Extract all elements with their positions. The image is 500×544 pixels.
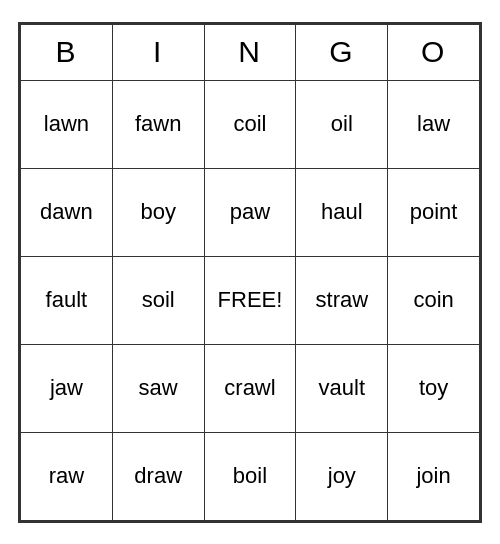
cell-r2c4: haul (296, 168, 388, 256)
cell-r5c2: draw (112, 432, 204, 520)
header-n: N (204, 24, 296, 80)
header-g: G (296, 24, 388, 80)
cell-r4c5: toy (388, 344, 480, 432)
cell-r2c2: boy (112, 168, 204, 256)
table-row: raw draw boil joy join (21, 432, 480, 520)
cell-r1c2: fawn (112, 80, 204, 168)
cell-r3c2: soil (112, 256, 204, 344)
cell-r1c1: lawn (21, 80, 113, 168)
header-row: B I N G O (21, 24, 480, 80)
table-row: dawn boy paw haul point (21, 168, 480, 256)
cell-r3c1: fault (21, 256, 113, 344)
table-row: fault soil FREE! straw coin (21, 256, 480, 344)
cell-r3c5: coin (388, 256, 480, 344)
table-row: jaw saw crawl vault toy (21, 344, 480, 432)
cell-r2c5: point (388, 168, 480, 256)
cell-r5c5: join (388, 432, 480, 520)
header-b: B (21, 24, 113, 80)
cell-r4c4: vault (296, 344, 388, 432)
cell-r5c4: joy (296, 432, 388, 520)
cell-r1c4: oil (296, 80, 388, 168)
header-o: O (388, 24, 480, 80)
cell-r4c1: jaw (21, 344, 113, 432)
cell-r5c1: raw (21, 432, 113, 520)
cell-r5c3: boil (204, 432, 296, 520)
cell-r2c1: dawn (21, 168, 113, 256)
cell-r2c3: paw (204, 168, 296, 256)
bingo-card: B I N G O lawn fawn coil oil law dawn bo… (18, 22, 482, 523)
cell-r4c3: crawl (204, 344, 296, 432)
cell-r3c3: FREE! (204, 256, 296, 344)
cell-r3c4: straw (296, 256, 388, 344)
cell-r4c2: saw (112, 344, 204, 432)
cell-r1c3: coil (204, 80, 296, 168)
header-i: I (112, 24, 204, 80)
bingo-table: B I N G O lawn fawn coil oil law dawn bo… (20, 24, 480, 521)
cell-r1c5: law (388, 80, 480, 168)
table-row: lawn fawn coil oil law (21, 80, 480, 168)
